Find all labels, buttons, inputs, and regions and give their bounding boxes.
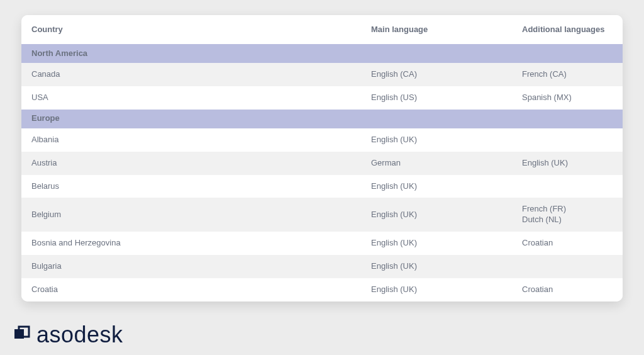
table-row: Belarus English (UK) (21, 175, 623, 198)
cell-main-language: English (UK) (371, 261, 522, 272)
locales-table-card: Country Main language Additional languag… (21, 15, 623, 301)
cell-additional-languages: French (CA) (522, 69, 613, 80)
table-row: USA English (US) Spanish (MX) (21, 86, 623, 110)
asodesk-logo-icon (13, 325, 31, 344)
cell-additional-languages: English (UK) (522, 158, 613, 169)
cell-main-language: English (UK) (371, 181, 522, 192)
cell-country: USA (31, 93, 371, 103)
cell-country: Bosnia and Herzegovina (31, 238, 371, 249)
cell-country: Albania (31, 135, 371, 145)
cell-country: Austria (31, 158, 371, 169)
cell-country: Canada (31, 69, 371, 80)
cell-main-language: English (UK) (371, 135, 522, 145)
table-row: Bulgaria English (UK) (21, 255, 623, 278)
table-group-label: North America (31, 48, 371, 59)
cell-main-language: English (UK) (371, 238, 522, 249)
table-row: Bosnia and Herzegovina English (UK) Croa… (21, 232, 623, 255)
table-header-country: Country (31, 25, 371, 35)
table-row: Belgium English (UK) French (FR) Dutch (… (21, 198, 623, 232)
cell-main-language: English (UK) (371, 210, 522, 220)
table-group-north-america: North America (21, 44, 623, 63)
cell-main-language: English (CA) (371, 69, 522, 80)
brand-name: asodesk (36, 324, 123, 346)
table-row: Albania English (UK) (21, 128, 623, 152)
cell-country: Croatia (31, 285, 371, 295)
cell-additional-languages: Croatian (522, 285, 613, 295)
table-group-europe: Europe (21, 110, 623, 128)
table-row: Austria German English (UK) (21, 152, 623, 175)
table-group-label: Europe (31, 113, 371, 124)
cell-main-language: German (371, 158, 522, 169)
table-row: Canada English (CA) French (CA) (21, 63, 623, 86)
table-header-main-language: Main language (371, 25, 522, 35)
table-row: Croatia English (UK) Croatian (21, 278, 623, 301)
cell-additional-languages: French (FR) Dutch (NL) (522, 204, 613, 225)
cell-additional-languages: Spanish (MX) (522, 93, 613, 103)
cell-additional-languages: Croatian (522, 238, 613, 249)
cell-main-language: English (UK) (371, 285, 522, 295)
cell-country: Bulgaria (31, 261, 371, 272)
cell-main-language: English (US) (371, 93, 522, 103)
cell-country: Belgium (31, 210, 371, 220)
cell-country: Belarus (31, 181, 371, 192)
table-header-additional-languages: Additional languages (522, 25, 613, 35)
table-header-row: Country Main language Additional languag… (21, 15, 623, 44)
brand-logo: asodesk (13, 324, 123, 346)
